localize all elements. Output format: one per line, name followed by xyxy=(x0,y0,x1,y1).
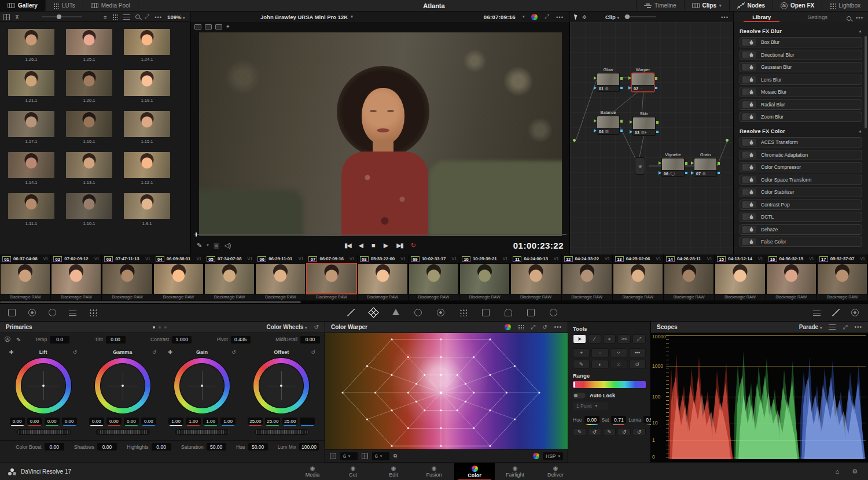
add-point-button[interactable]: + xyxy=(573,348,590,357)
select-tool-button[interactable]: ➤ xyxy=(573,334,586,344)
node-view-selector[interactable]: Clip ▾ xyxy=(605,14,619,20)
chroma-mode-icon[interactable] xyxy=(505,324,511,330)
clip-thumbnail[interactable] xyxy=(51,263,101,294)
go-to-end-button[interactable]: ▶▮ xyxy=(396,242,403,249)
scope-expand-icon[interactable]: ⤢ xyxy=(843,324,847,331)
gallery-still[interactable]: 1.20.1 xyxy=(66,70,112,103)
page-button[interactable]: ◉ Cut xyxy=(333,463,373,480)
still-thumbnail[interactable] xyxy=(66,111,112,137)
node-grain[interactable]: Grain 07◍ xyxy=(694,152,717,177)
gallery-still[interactable]: 1.14.1 xyxy=(8,152,54,185)
expand-tool-button[interactable]: ⤢ xyxy=(632,334,646,344)
param-value-field[interactable]: 1.000 xyxy=(172,336,192,344)
media-pool-toggle-button[interactable]: Media Pool xyxy=(83,0,138,11)
motion-effects-icon[interactable] xyxy=(89,309,97,316)
wheel-value-field[interactable]: 0.00 xyxy=(27,418,42,424)
wheel-ring[interactable] xyxy=(174,358,230,413)
page-button[interactable]: ◉ Fairlight xyxy=(495,463,535,480)
wheel-reset-icon[interactable]: ↺ xyxy=(231,349,236,355)
page-button[interactable]: ◉ Fusion xyxy=(414,463,454,480)
clip-thumbnail[interactable] xyxy=(358,263,408,294)
info-icon[interactable] xyxy=(851,309,859,316)
timeline-clip[interactable]: 16 04:56:32:15 V1 Blackmagic RAW xyxy=(766,254,817,304)
timeline-clip[interactable]: 04 06:09:38:01 V1 Blackmagic RAW xyxy=(153,254,204,304)
node-graph-panel[interactable]: Glow 01◍ Warper 02⁘ Balance 04▥ Skin 03▥… xyxy=(570,22,734,254)
blur-icon[interactable] xyxy=(482,309,490,316)
clip-thumbnail[interactable] xyxy=(613,263,663,294)
gallery-still[interactable]: 1.16.1 xyxy=(66,111,112,144)
expand-icon[interactable]: ⤢ xyxy=(145,13,150,20)
grid-view-icon[interactable] xyxy=(112,14,118,20)
wheel-value-field[interactable]: 25.00 xyxy=(265,418,280,424)
timeline-clip[interactable]: 05 07:34:07:08 V1 Blackmagic RAW xyxy=(204,254,255,304)
fx-list-item[interactable]: Zoom Blur xyxy=(740,112,862,122)
wheel-indicator[interactable] xyxy=(201,385,203,387)
timeline-clip[interactable]: 01 06:37:04:08 V1 Blackmagic RAW xyxy=(0,254,51,304)
gallery-still[interactable]: 1.19.1 xyxy=(124,70,170,103)
node-vignette[interactable]: Vignette 06∕◯ xyxy=(661,152,685,177)
wheel-ring[interactable] xyxy=(253,358,309,413)
wheel-value-field[interactable]: 25.00 xyxy=(282,418,297,424)
timeline-clip[interactable]: 03 07:47:11:13 V1 Blackmagic RAW xyxy=(102,254,153,304)
fx-color-section-header[interactable]: Resolve FX Color ▲ xyxy=(740,128,862,134)
scope-settings-icon[interactable] xyxy=(829,324,836,330)
fx-list-item[interactable]: Color Compressor xyxy=(740,162,862,172)
gallery-still[interactable]: 1.17.1 xyxy=(8,111,54,144)
grid-density-icon[interactable] xyxy=(518,324,524,330)
param-value-field[interactable]: 50.00 xyxy=(207,443,226,451)
fx-list-item[interactable]: ACES Transform xyxy=(740,137,862,147)
tab-library[interactable]: Library xyxy=(734,12,790,22)
timeline-clip[interactable]: 14 04:26:28:11 V1 Blackmagic RAW xyxy=(664,254,715,304)
gallery-still[interactable]: 1.25.1 xyxy=(66,29,112,62)
hue-steps-select[interactable]: 6 ▾ xyxy=(340,452,358,460)
camera-raw-icon[interactable] xyxy=(8,309,16,316)
pan-tool-icon[interactable]: ✥ xyxy=(582,14,587,20)
wheel-indicator[interactable] xyxy=(122,385,124,387)
still-thumbnail[interactable] xyxy=(8,111,54,137)
clip-thumbnail[interactable] xyxy=(459,263,510,294)
param-value-field[interactable]: 0.00 xyxy=(97,443,117,451)
reset-points-button[interactable]: ↺ xyxy=(629,360,646,369)
timeline-clip[interactable]: 10 10:25:39:21 V1 Blackmagic RAW xyxy=(459,254,510,304)
gallery-still[interactable]: 1.11.1 xyxy=(8,193,54,226)
fx-list-item[interactable]: Lens Blur xyxy=(740,75,862,85)
param-value-field[interactable]: 0.0 xyxy=(50,336,69,344)
timeline-clip[interactable]: 11 04:24:00:13 V1 Blackmagic RAW xyxy=(510,254,561,304)
timecode-dropdown-arrow[interactable]: ▾ xyxy=(523,14,525,19)
gallery-still[interactable]: 1.9.1 xyxy=(124,193,170,226)
still-thumbnail[interactable] xyxy=(124,29,170,55)
wheel-value-field[interactable]: 1.00 xyxy=(186,418,201,424)
wheel-value-field[interactable]: 0.00 xyxy=(45,418,60,424)
wheel-reset-icon[interactable]: ↺ xyxy=(152,349,157,355)
warper-workspace[interactable] xyxy=(325,333,568,449)
fx-list-item[interactable]: Color Stabilizer xyxy=(740,187,862,197)
collapse-chevron-icon[interactable]: ▲ xyxy=(858,129,862,133)
clip-thumbnail[interactable] xyxy=(817,263,867,294)
clip-thumbnail[interactable] xyxy=(204,263,255,294)
lightbox-toggle-button[interactable]: Lightbox xyxy=(822,0,868,11)
timeline-clip[interactable]: 09 10:02:33:17 V1 Blackmagic RAW xyxy=(409,254,459,304)
playhead[interactable] xyxy=(196,232,197,237)
still-thumbnail[interactable] xyxy=(66,29,112,55)
timeline-clip[interactable]: 02 07:02:09:12 V1 Blackmagic RAW xyxy=(51,254,102,304)
still-thumbnail[interactable] xyxy=(66,193,112,219)
still-thumbnail[interactable] xyxy=(124,111,170,137)
wheel-value-field[interactable]: 0.00 xyxy=(89,418,104,424)
wheel-mode-selector[interactable]: Color Wheels ▾ xyxy=(266,324,307,330)
wheel-ring[interactable] xyxy=(16,358,71,413)
collapse-chevron-icon[interactable]: ▲ xyxy=(858,29,862,33)
link-icon[interactable]: ⧉ xyxy=(393,453,397,459)
keyframes-icon[interactable] xyxy=(813,309,821,316)
gallery-still[interactable]: 1.10.1 xyxy=(66,193,112,226)
page-button[interactable]: ◉ Media xyxy=(292,463,333,480)
palette-page-dots[interactable] xyxy=(153,326,167,328)
enhanced-viewer-icon[interactable]: ✦ xyxy=(226,24,230,29)
brush-button[interactable]: ✎ xyxy=(573,360,590,369)
master-wheel-scrubber[interactable] xyxy=(254,429,308,435)
param-value-field[interactable]: 0.435 xyxy=(231,336,251,344)
still-thumbnail[interactable] xyxy=(66,152,112,178)
openfx-toggle-button[interactable]: fx Open FX xyxy=(773,0,822,11)
fx-list-item[interactable]: Box Blur xyxy=(740,37,862,47)
node-warper[interactable]: Warper 02⁘ xyxy=(631,67,654,92)
still-thumbnail[interactable] xyxy=(124,70,170,96)
